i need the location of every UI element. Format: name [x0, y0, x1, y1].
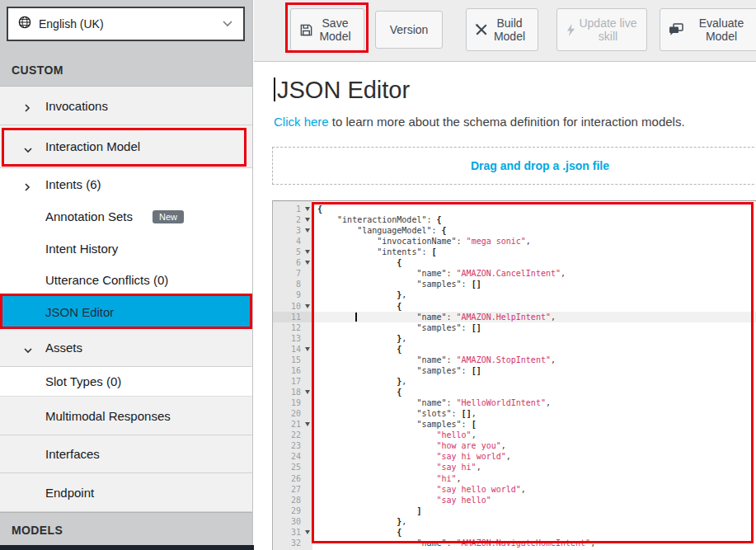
code-line[interactable]: 23"how are you", [273, 440, 756, 451]
sidebar-item-json-editor[interactable]: JSON Editor [0, 295, 252, 328]
line-number: 22 [273, 430, 301, 440]
sidebar-item-interfaces[interactable]: Interfaces [0, 435, 252, 473]
fold-arrow-icon[interactable] [305, 218, 310, 222]
section-label-models: MODELS [12, 524, 63, 537]
code-line[interactable]: 13}, [273, 333, 756, 344]
chevron-right-icon [23, 101, 31, 110]
sidebar-item-utterance-conflicts-0[interactable]: Utterance Conflicts (0) [0, 264, 252, 295]
language-selector[interactable]: English (UK) [7, 7, 245, 41]
line-number: 32 [273, 538, 301, 548]
line-number: 28 [273, 495, 301, 505]
sidebar-item-intent-history[interactable]: Intent History [0, 233, 252, 264]
code-line[interactable]: 28"say hello" [273, 495, 756, 505]
code-line[interactable]: 2"interactionModel": { [273, 214, 756, 225]
build-model-button[interactable]: Build Model [466, 8, 538, 51]
code-line[interactable]: 4"invocationName": "mega sonic", [273, 236, 756, 247]
line-number: 15 [273, 355, 301, 365]
toolbar: Save ModelVersionBuild ModelUpdate live … [254, 0, 756, 62]
line-number: 10 [273, 301, 301, 312]
sidebar-item-label: Intent History [45, 242, 118, 256]
code-line[interactable]: 16"samples": [] [273, 365, 756, 376]
json-code-editor[interactable]: 1{2"interactionModel": {3"languageModel"… [272, 200, 756, 550]
code-text: "say hello world", [317, 484, 526, 495]
code-line[interactable]: 20"slots": [], [273, 408, 756, 419]
fold-arrow-icon[interactable] [305, 250, 310, 254]
code-text: "name": "AMAZON.HelpIntent", [317, 312, 556, 322]
code-line[interactable]: 3"languageModel": { [273, 225, 756, 236]
line-number: 8 [273, 279, 301, 289]
code-line[interactable]: 15"name": "AMAZON.StopIntent", [273, 355, 756, 365]
line-number: 27 [273, 484, 301, 495]
code-line[interactable]: 6{ [273, 257, 756, 268]
code-line[interactable]: 5"intents": [ [273, 247, 756, 257]
line-number: 26 [273, 473, 301, 484]
line-number: 6 [273, 257, 301, 268]
save-model-button[interactable]: Save Model [290, 8, 364, 51]
line-number: 31 [273, 527, 301, 538]
fold-arrow-icon[interactable] [305, 304, 310, 308]
code-line[interactable]: 21"samples": [ [273, 419, 756, 430]
sidebar-item-assets[interactable]: Assets [0, 328, 252, 367]
code-line[interactable]: 9}, [273, 289, 756, 300]
code-line[interactable]: 8"samples": [] [273, 279, 756, 289]
code-line[interactable]: 12"samples": [] [273, 322, 756, 333]
code-line[interactable]: 25"say hi", [273, 462, 756, 472]
sidebar-item-label: Interaction Model [45, 139, 140, 153]
code-line[interactable]: 17}, [273, 376, 756, 387]
code-line[interactable]: 14{ [273, 344, 756, 355]
code-line[interactable]: 10{ [273, 301, 756, 312]
code-line[interactable]: 24"say hi world", [273, 451, 756, 462]
sidebar-item-intents-6[interactable]: Intents (6) [0, 168, 252, 200]
chevron-down-icon [23, 143, 31, 151]
code-line[interactable]: 29] [273, 505, 756, 516]
sidebar-item-label: JSON Editor [45, 305, 114, 319]
fold-arrow-icon[interactable] [305, 261, 310, 265]
evaluate-model-button[interactable]: Evaluate Model [660, 8, 756, 51]
sidebar-item-label: Utterance Conflicts (0) [45, 273, 168, 287]
code-line[interactable]: 7"name": "AMAZON.CancelIntent", [273, 268, 756, 279]
code-line[interactable]: 18{ [273, 387, 756, 397]
chevron-down-icon [222, 16, 233, 31]
code-line[interactable]: 27"say hello world", [273, 484, 756, 495]
line-number: 12 [273, 322, 301, 333]
code-text: { [317, 527, 401, 538]
click-here-link[interactable]: Click here [274, 115, 329, 129]
lightning-icon [566, 23, 576, 37]
sidebar-item-invocations[interactable]: Invocations [0, 87, 252, 125]
line-number: 16 [273, 365, 301, 376]
sidebar-item-multimodal-responses[interactable]: Multimodal Responses [0, 397, 252, 435]
code-line[interactable]: 1{ [273, 204, 756, 214]
code-line[interactable]: 22"hello", [273, 430, 756, 440]
code-text: "samples": [ [317, 419, 477, 430]
code-line[interactable]: 32"name": "AMAZON.NavigateHomeIntent", [273, 538, 756, 548]
line-number: 29 [273, 505, 301, 516]
fold-arrow-icon[interactable] [305, 207, 310, 211]
fold-arrow-icon[interactable] [305, 530, 310, 534]
json-dropzone[interactable]: Drag and drop a .json file [272, 147, 756, 185]
build-icon [475, 23, 488, 36]
code-text: { [317, 301, 401, 312]
code-line[interactable]: 30}, [273, 516, 756, 527]
sidebar-item-annotation-sets[interactable]: Annotation SetsNew [0, 200, 252, 233]
button-label: Version [383, 23, 435, 36]
fold-arrow-icon[interactable] [305, 228, 310, 233]
save-icon [299, 23, 313, 37]
evaluate-icon [669, 23, 683, 36]
code-line[interactable]: 11"name": "AMAZON.HelpIntent", [273, 312, 756, 322]
code-line[interactable]: 26"hi", [273, 473, 756, 484]
button-label: Evaluate Model [683, 16, 756, 43]
version-button[interactable]: Version [375, 11, 443, 49]
code-text: { [317, 344, 401, 355]
sidebar-item-label: Endpoint [45, 486, 94, 500]
button-label: Build Model [488, 16, 531, 43]
sidebar-item-endpoint[interactable]: Endpoint [0, 473, 252, 512]
code-line[interactable]: 31{ [273, 527, 756, 538]
fold-arrow-icon[interactable] [305, 347, 310, 351]
code-text: "slots": [], [317, 408, 477, 419]
fold-arrow-icon[interactable] [305, 390, 310, 394]
code-line[interactable]: 19"name": "HelloWorldIntent", [273, 397, 756, 408]
fold-arrow-icon[interactable] [305, 422, 310, 426]
sidebar-item-interaction-model[interactable]: Interaction Model [0, 125, 252, 168]
code-text: "name": "AMAZON.StopIntent", [317, 355, 556, 365]
sidebar-item-slot-types-0[interactable]: Slot Types (0) [0, 367, 252, 397]
